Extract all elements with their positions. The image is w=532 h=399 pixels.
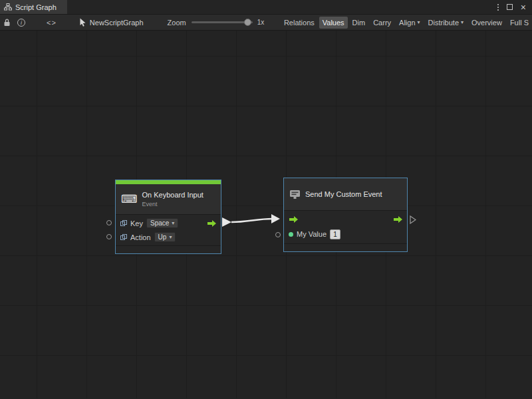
node-header[interactable]: ⌨ On Keyboard Input Event — [116, 184, 221, 215]
node-title: Send My Custom Event — [305, 190, 382, 198]
action-input-port[interactable] — [106, 234, 112, 239]
info-icon[interactable]: i — [17, 19, 25, 27]
node-send-custom-event[interactable]: Send My Custom Event My Value — [283, 178, 408, 252]
chevron-down-icon: ▾ — [418, 19, 420, 25]
tab-script-graph[interactable]: Script Graph — [0, 0, 67, 14]
toolbar-button-group: Relations Values Dim Carry Align ▾ Distr… — [279, 17, 532, 29]
trigger-output-port[interactable] — [393, 215, 403, 223]
dim-button[interactable]: Dim — [349, 17, 369, 29]
values-button[interactable]: Values — [319, 17, 348, 29]
my-value-input-port[interactable] — [275, 232, 281, 237]
code-icon[interactable]: <> — [47, 19, 57, 27]
close-icon[interactable]: × — [521, 3, 526, 12]
key-input-port[interactable] — [106, 220, 112, 225]
graph-name: NewScriptGraph — [90, 19, 144, 27]
chevron-down-icon: ▾ — [169, 234, 172, 240]
action-dropdown[interactable]: Up ▾ — [154, 232, 176, 242]
type-icon — [120, 220, 127, 227]
trigger-port-triangle[interactable] — [410, 215, 416, 225]
chevron-down-icon: ▾ — [172, 220, 174, 226]
tab-title: Script Graph — [15, 3, 57, 11]
kebab-menu-icon[interactable] — [497, 4, 499, 11]
chevron-down-icon: ▾ — [461, 19, 464, 25]
key-label: Key — [130, 219, 143, 227]
flow-port-row — [284, 212, 407, 226]
distribute-button[interactable]: Distribute ▾ — [425, 17, 467, 29]
my-value-label: My Value — [297, 230, 327, 238]
cursor-icon — [79, 18, 86, 27]
node-on-keyboard-input[interactable]: ⌨ On Keyboard Input Event Key Space ▾ — [115, 180, 221, 254]
key-dropdown[interactable]: Space ▾ — [146, 218, 178, 228]
value-dot-port[interactable] — [289, 232, 293, 237]
graph-toolbar: i <> NewScriptGraph Zoom 1x Relations Va… — [0, 15, 532, 31]
action-label: Action — [130, 233, 151, 241]
type-icon — [120, 234, 127, 241]
trigger-output-port[interactable] — [207, 219, 217, 227]
action-port-row: Action Up ▾ — [116, 230, 221, 244]
zoom-handle[interactable] — [244, 19, 251, 26]
node-title: On Keyboard Input — [142, 191, 203, 199]
maximize-icon[interactable] — [507, 4, 513, 10]
carry-button[interactable]: Carry — [370, 17, 394, 29]
zoom-slider[interactable] — [192, 21, 253, 23]
fullscreen-button[interactable]: Full S — [507, 17, 532, 29]
zoom-label: Zoom — [168, 19, 186, 27]
node-subtitle: Event — [142, 201, 203, 207]
relations-button[interactable]: Relations — [281, 17, 318, 29]
keyboard-icon: ⌨ — [121, 194, 138, 205]
key-port-row: Key Space ▾ — [116, 216, 221, 230]
graph-canvas[interactable]: ⌨ On Keyboard Input Event Key Space ▾ — [0, 31, 532, 398]
my-value-input[interactable] — [330, 229, 340, 239]
lock-icon[interactable] — [3, 19, 11, 27]
overview-button[interactable]: Overview — [468, 17, 505, 29]
trigger-input-port[interactable] — [289, 215, 299, 223]
node-footer — [116, 245, 221, 253]
window-titlebar: Script Graph × — [0, 0, 532, 15]
zoom-value: 1x — [257, 19, 265, 26]
my-value-port-row: My Value — [284, 226, 407, 242]
custom-event-icon — [289, 190, 301, 200]
node-header[interactable]: Send My Custom Event — [284, 178, 407, 211]
connection-wire — [0, 31, 532, 398]
node-footer — [284, 243, 407, 251]
script-graph-icon — [4, 3, 12, 11]
align-button[interactable]: Align ▾ — [396, 17, 423, 29]
